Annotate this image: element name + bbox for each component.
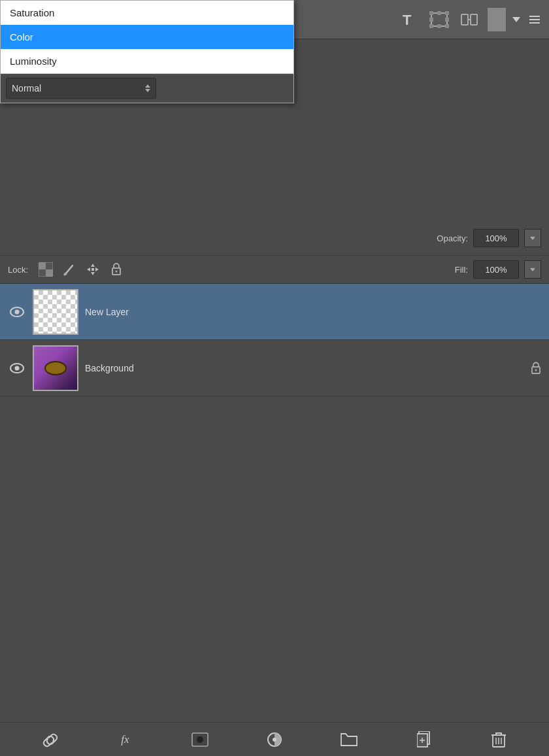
panel-menu-arrow[interactable] [512, 17, 520, 22]
layer-thumbnail-1 [33, 345, 78, 391]
svg-rect-11 [471, 14, 477, 25]
svg-rect-10 [461, 14, 468, 25]
layer-thumbnail-0 [33, 289, 78, 335]
svg-point-26 [116, 271, 118, 273]
svg-marker-23 [95, 267, 99, 271]
delete-layer-button[interactable] [487, 728, 510, 751]
blend-mode-arrows [145, 84, 150, 92]
svg-point-36 [273, 738, 276, 742]
lock-all-icon[interactable] [108, 261, 125, 278]
transform-icon[interactable] [427, 8, 451, 31]
svg-rect-15 [39, 269, 46, 277]
svg-rect-2 [429, 11, 433, 15]
svg-rect-8 [445, 18, 449, 22]
svg-rect-3 [445, 11, 449, 15]
lock-transparency-icon[interactable] [37, 261, 54, 278]
link-icon[interactable] [39, 728, 62, 751]
layer-visibility-icon-0[interactable] [8, 303, 26, 321]
svg-rect-24 [92, 268, 94, 271]
fill-value[interactable]: 100% [473, 260, 519, 279]
lock-label: Lock: [8, 265, 28, 275]
blend-mode-value: Normal [12, 83, 41, 94]
link-layers-icon[interactable] [458, 8, 481, 31]
new-layer-button[interactable] [412, 728, 436, 751]
blend-option-saturation[interactable]: Saturation [1, 1, 293, 25]
layer-item-new-layer[interactable]: New Layer [0, 284, 549, 340]
bottom-toolbar: fx [0, 722, 549, 756]
blend-opacity-row: Opacity: 100% [0, 221, 549, 255]
color-swatch[interactable] [488, 8, 506, 31]
layer-item-background[interactable]: Background [0, 340, 549, 396]
blend-mode-dropdown[interactable]: Saturation Color Luminosity Normal [0, 0, 294, 103]
blend-option-luminosity[interactable]: Luminosity [1, 49, 293, 73]
svg-point-34 [197, 736, 203, 743]
svg-rect-5 [445, 24, 449, 28]
adjustment-layer-icon[interactable] [263, 728, 286, 751]
fill-label: Fill: [455, 265, 468, 275]
layers-area: New Layer Background [0, 284, 549, 396]
svg-rect-14 [46, 262, 53, 269]
svg-point-28 [15, 309, 20, 314]
layer-lock-icon-1 [531, 362, 541, 375]
text-tool-icon[interactable]: T [397, 8, 421, 31]
lock-pixels-icon[interactable] [61, 261, 78, 278]
svg-point-32 [535, 369, 537, 371]
layer-name-1: Background [85, 363, 524, 373]
fx-icon[interactable]: fx [113, 728, 137, 751]
panel-menu-button[interactable] [527, 13, 542, 26]
svg-rect-9 [437, 24, 441, 28]
opacity-group: Opacity: 100% [8, 229, 541, 247]
svg-rect-7 [429, 18, 433, 22]
svg-rect-6 [437, 11, 441, 15]
opacity-dropdown-arrow[interactable] [524, 229, 541, 247]
layer-name-0: New Layer [85, 307, 541, 317]
opacity-label: Opacity: [437, 233, 468, 243]
svg-text:T: T [403, 12, 412, 28]
layers-panel: T [0, 0, 549, 756]
lock-move-icon[interactable] [84, 261, 101, 278]
svg-marker-20 [91, 264, 95, 267]
svg-marker-22 [87, 267, 90, 271]
blend-mode-select[interactable]: Normal [6, 78, 156, 99]
fill-group: Fill: 100% [455, 260, 541, 279]
layer-visibility-icon-1[interactable] [8, 359, 26, 377]
fill-dropdown-arrow[interactable] [524, 260, 541, 279]
svg-point-30 [15, 366, 20, 370]
group-layers-icon[interactable] [337, 728, 361, 751]
svg-rect-16 [46, 269, 53, 277]
add-mask-icon[interactable] [188, 728, 212, 751]
svg-rect-4 [429, 24, 433, 28]
blend-option-color[interactable]: Color [1, 25, 293, 49]
svg-rect-13 [39, 262, 46, 269]
lock-row: Lock: [0, 255, 549, 284]
svg-marker-21 [91, 272, 95, 275]
opacity-value[interactable]: 100% [473, 229, 519, 247]
